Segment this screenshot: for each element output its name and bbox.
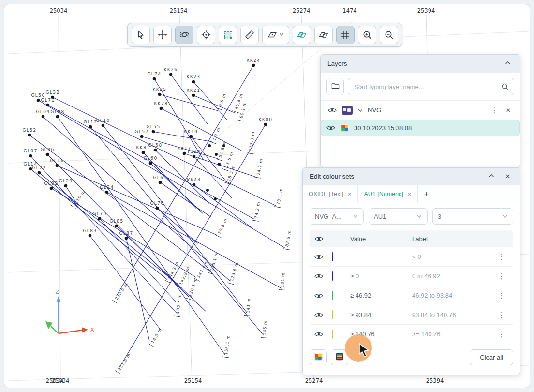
- drillhole-collar[interactable]: [89, 234, 92, 238]
- drillhole-collar[interactable]: [160, 107, 163, 110]
- drillhole-collar[interactable]: [193, 155, 196, 158]
- close-icon[interactable]: ✕: [347, 191, 352, 197]
- drillhole-collar[interactable]: [37, 99, 40, 102]
- tab-oxide-text[interactable]: OXIDE [Text] ✕: [303, 185, 358, 203]
- drillhole-collar[interactable]: [28, 134, 31, 137]
- drillhole-collar[interactable]: [206, 189, 209, 192]
- visibility-toggle[interactable]: [310, 252, 328, 262]
- drillhole-trace[interactable]: [193, 95, 235, 113]
- drillhole-collar[interactable]: [105, 191, 109, 194]
- drillhole-trace[interactable]: [157, 208, 198, 243]
- zoom-in-button[interactable]: [358, 26, 376, 44]
- drillhole-collar[interactable]: [29, 167, 32, 171]
- drillhole-collar[interactable]: [208, 144, 211, 147]
- drillhole-collar[interactable]: [153, 77, 156, 81]
- drillhole-collar[interactable]: [154, 149, 157, 152]
- section-planes-button[interactable]: [314, 26, 333, 44]
- layer-menu-button[interactable]: ⋮: [490, 106, 499, 115]
- remove-layer-button[interactable]: ✕: [504, 107, 513, 114]
- colour-swatch[interactable]: [332, 330, 333, 339]
- visibility-toggle[interactable]: [310, 271, 328, 281]
- drillhole-collar[interactable]: [46, 104, 50, 107]
- drillhole-trace[interactable]: [160, 182, 211, 217]
- drillhole-collar[interactable]: [56, 115, 59, 119]
- row-menu-button[interactable]: ⋮: [497, 311, 506, 319]
- drillhole-collar[interactable]: [50, 187, 53, 190]
- visibility-toggle[interactable]: [310, 310, 328, 320]
- drillhole-collar[interactable]: [192, 80, 195, 84]
- drillhole-collar[interactable]: [102, 124, 105, 127]
- measure-ruler-button[interactable]: [240, 26, 259, 44]
- drillhole-collar[interactable]: [264, 123, 267, 126]
- section-planes-filled-button[interactable]: [293, 26, 311, 44]
- zoom-out-button[interactable]: [380, 26, 398, 44]
- drillhole-collar[interactable]: [158, 93, 162, 96]
- visibility-toggle[interactable]: [310, 291, 328, 301]
- colour-set-palette-button[interactable]: [310, 349, 327, 365]
- clip-plane-button[interactable]: [262, 26, 289, 44]
- drillhole-collar[interactable]: [193, 183, 196, 187]
- drillhole-collar[interactable]: [115, 225, 119, 228]
- close-panel-button[interactable]: ✕: [503, 171, 513, 182]
- row-menu-button[interactable]: ⋮: [497, 330, 506, 339]
- field-select[interactable]: AU1: [369, 208, 428, 225]
- drillhole-collar[interactable]: [149, 162, 152, 165]
- drillhole-collar[interactable]: [156, 207, 159, 210]
- database-select[interactable]: NVG_A...: [310, 208, 364, 225]
- drillhole-trace[interactable]: [117, 65, 253, 296]
- drillhole-collar[interactable]: [64, 184, 68, 188]
- clear-all-button[interactable]: Clear all: [470, 349, 513, 365]
- drillhole-trace[interactable]: [30, 135, 210, 271]
- add-colour-set-button[interactable]: +: [418, 185, 435, 203]
- select-cursor-button[interactable]: [132, 26, 150, 44]
- drillhole-collar[interactable]: [142, 151, 145, 154]
- drillhole-collar[interactable]: [190, 135, 193, 138]
- orbit-button[interactable]: [175, 26, 193, 44]
- drillhole-trace[interactable]: [171, 75, 208, 125]
- colour-swatch[interactable]: [332, 291, 333, 300]
- drillhole-collar[interactable]: [89, 125, 92, 129]
- collapse-layers-button[interactable]: [503, 59, 513, 69]
- drillhole-collar[interactable]: [183, 152, 186, 155]
- drillhole-trace[interactable]: [161, 108, 241, 151]
- colour-swatch[interactable]: [332, 252, 333, 261]
- focus-target-button[interactable]: [197, 26, 215, 44]
- drillhole-collar[interactable]: [42, 115, 45, 119]
- drillhole-collar[interactable]: [29, 154, 32, 158]
- close-icon[interactable]: ✕: [407, 191, 412, 197]
- colour-swatch[interactable]: [332, 310, 333, 319]
- row-menu-button[interactable]: ⋮: [497, 272, 506, 281]
- drillhole-collar[interactable]: [98, 217, 102, 221]
- layer-row[interactable]: NVG⋮✕: [321, 100, 520, 120]
- layer-row[interactable]: 30.10.2023 15:38:08: [321, 120, 520, 136]
- drillhole-collar[interactable]: [140, 135, 144, 138]
- drillhole-trace[interactable]: [153, 132, 212, 142]
- visibility-toggle[interactable]: [326, 123, 336, 133]
- visibility-toggle[interactable]: [327, 106, 337, 115]
- row-menu-button[interactable]: ⋮: [497, 253, 506, 261]
- drillhole-collar[interactable]: [38, 171, 41, 175]
- drillhole-collar[interactable]: [218, 163, 221, 166]
- drillhole-collar[interactable]: [252, 64, 255, 67]
- pan-button[interactable]: [153, 26, 172, 44]
- row-menu-button[interactable]: ⋮: [497, 291, 506, 300]
- tab-au1-numeric[interactable]: AU1 [Numeric] ✕: [358, 185, 418, 203]
- drillhole-collar[interactable]: [214, 197, 217, 200]
- drillhole-collar[interactable]: [125, 237, 128, 240]
- collapse-panel-button[interactable]: [486, 171, 497, 182]
- drillhole-collar[interactable]: [56, 164, 59, 167]
- layer-search-input[interactable]: [348, 78, 514, 95]
- drillhole-collar[interactable]: [169, 73, 173, 76]
- drillhole-collar[interactable]: [159, 181, 162, 184]
- drillhole-collar[interactable]: [46, 153, 49, 156]
- drillhole-trace[interactable]: [43, 117, 230, 281]
- drillhole-trace[interactable]: [119, 124, 266, 367]
- intervals-select[interactable]: 3: [432, 208, 513, 225]
- drillhole-collar[interactable]: [192, 94, 195, 97]
- drillhole-collar[interactable]: [215, 153, 218, 156]
- drillhole-trace[interactable]: [57, 166, 217, 235]
- drillhole-collar[interactable]: [152, 130, 155, 134]
- grid-button[interactable]: [336, 26, 355, 44]
- colour-swatch[interactable]: [332, 271, 333, 281]
- visibility-toggle-all[interactable]: [310, 234, 328, 243]
